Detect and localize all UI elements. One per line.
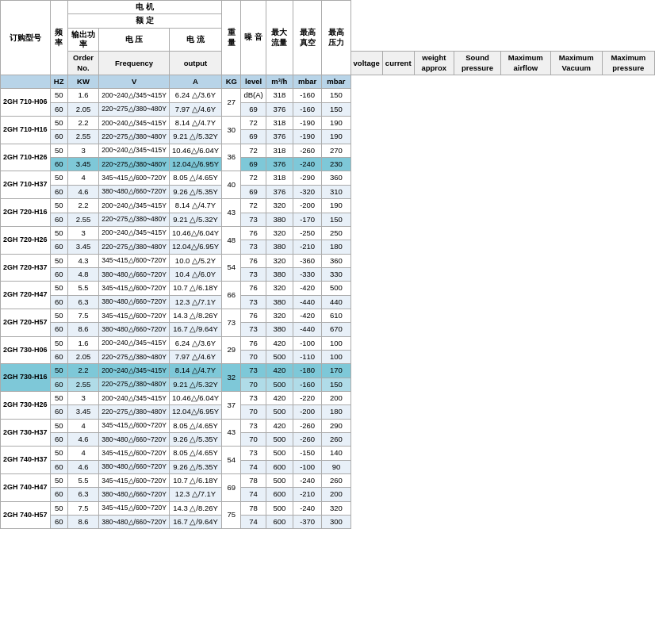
model-cell: 2GH 730-H06: [1, 336, 51, 364]
pressure-cell: 170: [322, 364, 350, 378]
noise-cell: 76: [241, 254, 266, 267]
output-cell: 4: [67, 419, 98, 432]
flow-cell: 500: [266, 433, 293, 447]
flow-cell: 500: [266, 405, 293, 419]
flow-cell: 318: [266, 171, 293, 185]
freq-cell: 50: [50, 144, 67, 157]
freq-cell: 50: [50, 226, 67, 240]
table-row: 602.55220~275△/380~480Y9.21 △/5.32Y70500…: [1, 378, 655, 391]
flow-cell: 420: [266, 419, 293, 432]
pressure-cell: 320: [322, 501, 350, 515]
current-cell: 8.05 △/4.65Y: [169, 419, 221, 432]
pressure-cell: 290: [322, 419, 350, 432]
model-cell: 2GH 720-H16: [1, 199, 51, 227]
freq-cell: 60: [50, 350, 67, 363]
pressure-cell: 250: [322, 226, 350, 240]
freq-cell: 60: [50, 213, 67, 226]
vacuum-cell: -260: [293, 419, 321, 432]
noise-cell: 70: [241, 405, 266, 419]
pressure-cell: 670: [322, 323, 350, 336]
table-row: 602.55220~275△/380~480Y9.21 △/5.32Y73380…: [1, 213, 655, 226]
current-cell: 9.21 △/5.32Y: [169, 130, 221, 144]
weight-cell: 54: [222, 447, 241, 474]
flow-cell: 376: [266, 185, 293, 198]
flow-cell: 380: [266, 213, 293, 226]
pressure-cell: 150: [322, 102, 350, 116]
voltage-cell: 200~240△/345~415Y: [99, 364, 170, 378]
vacuum-cell: -440: [293, 295, 321, 309]
current-cell: 7.97 △/4.6Y: [169, 102, 221, 116]
flow-cell: 376: [266, 158, 293, 171]
freq-cell: 50: [50, 199, 67, 213]
current-cell: 6.24 △/3.6Y: [169, 89, 221, 102]
noise-cell: 72: [241, 144, 266, 157]
current-cell: 10.4 △/6.0Y: [169, 267, 221, 281]
weight-cell: 32: [222, 364, 241, 392]
freq-cell: 60: [50, 516, 67, 529]
flow-cell: 320: [266, 199, 293, 213]
output-cell: 7.5: [67, 501, 98, 515]
vacuum-cell: -210: [293, 488, 321, 501]
pressure-cell: 330: [322, 267, 350, 281]
table-row: 2GH 710-H26503200~240△/345~415Y10.46△/6.…: [1, 144, 655, 157]
table-row: 608.6380~480△/660~720Y16.7 △/9.64Y73380-…: [1, 323, 655, 336]
freq-cell: 60: [50, 267, 67, 281]
noise-cell: 73: [241, 391, 266, 404]
table-row: 2GH 730-H16502.2200~240△/345~415Y8.14 △/…: [1, 364, 655, 378]
output-cell: 2.55: [67, 130, 98, 144]
output-cell: 8.6: [67, 516, 98, 529]
voltage-cell: 220~275△/380~480Y: [99, 158, 170, 171]
voltage-cell: 200~240△/345~415Y: [99, 391, 170, 404]
flow-cell: 500: [266, 378, 293, 391]
freq-cell: 60: [50, 130, 67, 144]
noise-cell: 73: [241, 295, 266, 309]
current-cell: 8.05 △/4.65Y: [169, 447, 221, 460]
pressure-cell: 90: [322, 460, 350, 473]
noise-cell: 72: [241, 117, 266, 130]
noise-cell: 74: [241, 460, 266, 473]
table-row: 602.05220~275△/380~480Y7.97 △/4.6Y69376-…: [1, 102, 655, 116]
vacuum-cell: -200: [293, 405, 321, 419]
vacuum-cell: -240: [293, 501, 321, 515]
pressure-cell: 180: [322, 240, 350, 254]
model-cell: 2GH 710-H26: [1, 144, 51, 171]
output-cell: 2.05: [67, 102, 98, 116]
voltage-cell: 345~415△/600~720Y: [99, 419, 170, 432]
flow-cell: 380: [266, 295, 293, 309]
pressure-cell: 100: [322, 350, 350, 363]
flow-cell: 318: [266, 89, 293, 102]
noise-cell: 73: [241, 364, 266, 378]
voltage-cell: 380~480△/660~720Y: [99, 323, 170, 336]
weight-cell: 40: [222, 171, 241, 199]
freq-cell: 60: [50, 158, 67, 171]
vacuum-cell: -170: [293, 213, 321, 226]
vacuum-cell: -240: [293, 474, 321, 488]
output-cell: 2.05: [67, 350, 98, 363]
flow-cell: 318: [266, 144, 293, 157]
voltage-cell: 220~275△/380~480Y: [99, 378, 170, 391]
pressure-cell: 200: [322, 488, 350, 501]
noise-cell: 73: [241, 240, 266, 254]
table-row: 604.6380~480△/660~720Y9.26 △/5.35Y74600-…: [1, 460, 655, 473]
current-cell: 8.14 △/4.7Y: [169, 117, 221, 130]
voltage-cell: 345~415△/600~720Y: [99, 309, 170, 322]
table-row: 2GH 740-H47505.5345~415△/600~720Y10.7 △/…: [1, 474, 655, 488]
flow-cell: 380: [266, 323, 293, 336]
noise-cell: 73: [241, 323, 266, 336]
freq-cell: 60: [50, 433, 67, 447]
current-cell: 12.3 △/7.1Y: [169, 488, 221, 501]
freq-cell: 60: [50, 102, 67, 116]
vacuum-cell: -320: [293, 185, 321, 198]
model-cell: 2GH 730-H37: [1, 419, 51, 447]
freq-cell: 50: [50, 282, 67, 295]
voltage-cell: 380~480△/660~720Y: [99, 516, 170, 529]
table-row: 602.05220~275△/380~480Y7.97 △/4.6Y70500-…: [1, 350, 655, 363]
output-cell: 6.3: [67, 295, 98, 309]
weight-cell: 43: [222, 199, 241, 227]
table-row: 2GH 720-H57507.5345~415△/600~720Y14.3 △/…: [1, 309, 655, 322]
freq-cell: 60: [50, 240, 67, 254]
flow-cell: 600: [266, 516, 293, 529]
current-cell: 8.14 △/4.7Y: [169, 199, 221, 213]
noise-cell: 69: [241, 185, 266, 198]
weight-cell: 66: [222, 282, 241, 309]
